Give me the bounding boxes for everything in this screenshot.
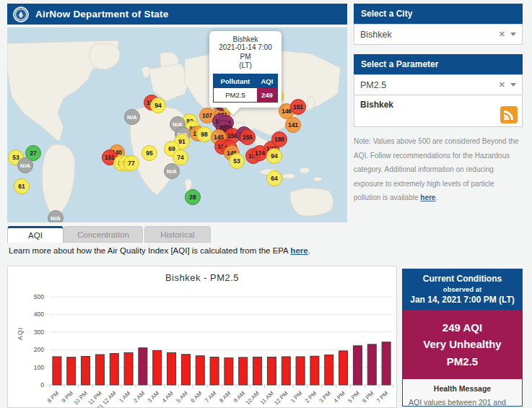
aqi-bar[interactable]	[53, 357, 61, 385]
aqi-bar[interactable]	[139, 348, 147, 385]
cc-aqi-value: 249 AQI	[406, 319, 519, 336]
cc-health-message: Health Message AQI values between 201 an…	[403, 379, 522, 408]
x-tick-label: 6 PM	[361, 390, 375, 404]
tab-concentration[interactable]: Concentration	[64, 226, 143, 243]
x-tick-label: 12 PM	[273, 390, 289, 407]
parameter-select[interactable]: PM2.5 ✕	[354, 74, 523, 95]
aqi-bar[interactable]	[167, 352, 176, 385]
current-conditions-panel: Current Conditions observed at Jan 14, 2…	[402, 269, 523, 407]
aqi-marker[interactable]: N/A	[164, 163, 180, 179]
aqi-bar[interactable]	[239, 357, 248, 385]
aqi-marker[interactable]: 95	[141, 145, 157, 161]
x-tick-label: 6 AM	[189, 390, 203, 404]
aqi-marker[interactable]: 94	[150, 97, 166, 113]
aqi-marker[interactable]: 180	[271, 131, 287, 147]
feed-city-label: Bishkek	[360, 100, 516, 110]
aqi-bar[interactable]	[282, 357, 290, 385]
aqi-bar[interactable]	[82, 356, 90, 385]
aqi-bar[interactable]	[325, 355, 333, 385]
note-here-link[interactable]: here	[420, 194, 435, 201]
x-tick-label: 2 PM	[304, 390, 318, 404]
city-select[interactable]: Bishkek ✕	[354, 24, 523, 45]
x-tick-label: 2 AM	[132, 390, 146, 404]
learn-more-body: Learn more about how the Air Quality Ind…	[9, 246, 290, 255]
rss-feed-box: Bishkek	[354, 95, 523, 127]
cc-health-text: AQI values between 201 and 300 trigger a…	[409, 396, 516, 408]
x-tick-label: 8 AM	[218, 390, 232, 404]
parameter-select-value: PM2.5	[360, 80, 494, 90]
city-clear-icon[interactable]: ✕	[494, 30, 510, 39]
city-dropdown-caret-icon[interactable]	[510, 32, 516, 36]
aqi-bar[interactable]	[196, 356, 204, 385]
y-tick-label: 500	[34, 293, 44, 300]
popup-datetime: 2021-01-14 7:00 PM	[213, 43, 278, 61]
aqi-bar[interactable]	[224, 358, 233, 385]
parameter-dropdown-caret-icon[interactable]	[510, 83, 516, 87]
city-select-value: Bishkek	[360, 30, 494, 40]
aqi-bar[interactable]	[95, 355, 104, 385]
aqi-bar[interactable]	[110, 354, 118, 385]
aqi-marker[interactable]: 94	[266, 148, 282, 164]
app-header: AirNow Department of State	[7, 4, 347, 25]
aqi-bar[interactable]	[310, 356, 319, 385]
aqi-bar[interactable]	[367, 344, 376, 385]
current-conditions-header: Current Conditions observed at Jan 14, 2…	[403, 269, 522, 310]
popup-city: Bishkek	[213, 35, 278, 43]
select-city-header: Select a City	[354, 4, 523, 24]
aqi-bar[interactable]	[181, 355, 190, 385]
popup-pollutant: PM2.5	[214, 88, 257, 103]
aqi-bar[interactable]	[267, 357, 276, 385]
world-map[interactable]: 5327N/A61N/AN/A1899414015181787795N/A82N…	[7, 27, 347, 222]
x-tick-label: 1 PM	[289, 390, 304, 404]
popup-timezone: (LT)	[213, 61, 278, 71]
cc-aqi-category: Very Unhealthy	[406, 336, 519, 352]
tab-historical[interactable]: Historical	[144, 226, 211, 243]
aqi-bar[interactable]	[339, 351, 348, 385]
learn-more-link[interactable]: here	[290, 246, 308, 255]
app-title: AirNow Department of State	[35, 9, 168, 19]
aqi-bar[interactable]	[153, 350, 162, 385]
learn-more-text: Learn more about how the Air Quality Ind…	[9, 246, 310, 255]
tab-aqi[interactable]: AQI	[7, 226, 64, 243]
x-tick-label: 11 AM	[259, 390, 275, 406]
aqi-marker[interactable]: 151	[290, 99, 306, 115]
aqi-marker[interactable]: 98	[196, 126, 212, 142]
cc-health-title: Health Message	[409, 384, 516, 393]
parameter-clear-icon[interactable]: ✕	[494, 80, 510, 90]
aqi-bar[interactable]	[210, 357, 219, 385]
map-popup: Bishkek 2021-01-14 7:00 PM (LT) Pollutan…	[209, 31, 282, 108]
x-tick-label: 3 PM	[318, 390, 333, 404]
aqi-bar[interactable]	[382, 342, 391, 385]
x-tick-label: 10 PM	[72, 390, 89, 407]
aqi-marker[interactable]: N/A	[124, 109, 140, 125]
popup-aqi-value: 249	[257, 88, 278, 103]
aqi-marker[interactable]: 77	[123, 155, 139, 171]
aqi-marker[interactable]: N/A	[17, 157, 33, 173]
aqi-marker[interactable]: 141	[285, 117, 301, 133]
aqi-marker[interactable]: 155	[240, 129, 256, 145]
aqi-marker[interactable]: 64	[266, 170, 282, 186]
x-tick-label: 7 AM	[204, 390, 217, 404]
aqi-marker[interactable]: 61	[14, 178, 30, 194]
aqi-bar[interactable]	[67, 357, 76, 385]
tab-aqi-label: AQI	[28, 231, 43, 240]
y-tick-label: 0	[40, 381, 44, 389]
aqi-bar[interactable]	[353, 346, 362, 385]
rss-icon[interactable]	[500, 106, 518, 123]
popup-col-aqi: AQI	[257, 74, 278, 88]
aqi-marker[interactable]: N/A	[48, 210, 64, 222]
aqi-marker[interactable]: 28	[185, 189, 201, 205]
cc-aqi-block: 249 AQI Very Unhealthy PM2.5	[403, 310, 522, 379]
tab-concentration-label: Concentration	[77, 230, 129, 239]
beyond-aqi-note: Note: Values above 500 are considered Be…	[354, 134, 523, 205]
x-tick-label: 4 PM	[332, 390, 346, 404]
note-body: Note: Values above 500 are considered Be…	[354, 137, 518, 201]
aqi-chart-panel: Bishkek - PM2.5 AQI 01002003004005008 PM…	[7, 266, 397, 408]
aqi-marker[interactable]: 53	[229, 153, 245, 169]
tab-historical-label: Historical	[160, 230, 194, 239]
aqi-bar[interactable]	[253, 357, 262, 385]
aqi-bar[interactable]	[296, 357, 305, 385]
aqi-marker[interactable]: 74	[173, 149, 188, 165]
aqi-bar-chart: 01002003004005008 PM9 PM10 PM11 PM1/14/2…	[8, 266, 396, 407]
aqi-bar[interactable]	[124, 352, 133, 385]
